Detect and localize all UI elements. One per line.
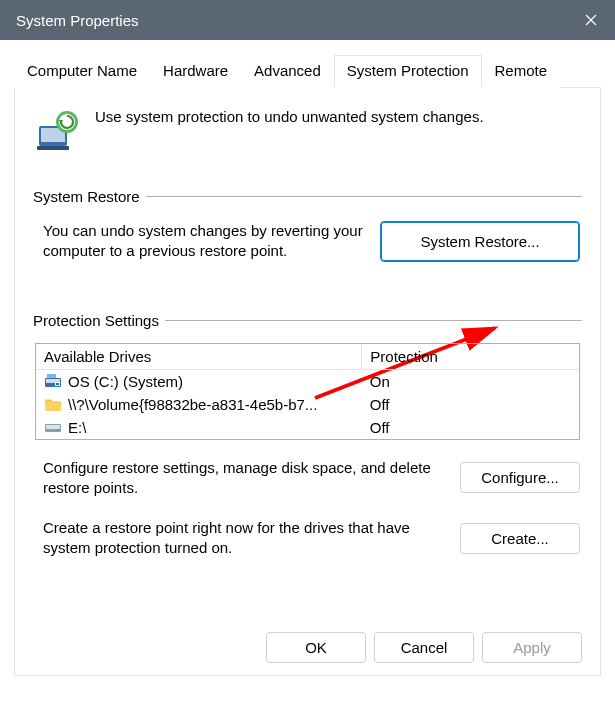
tab-hardware[interactable]: Hardware <box>150 55 241 88</box>
tab-label: Advanced <box>254 62 321 79</box>
col-protection[interactable]: Protection <box>362 344 579 370</box>
system-restore-desc: You can undo system changes by reverting… <box>43 221 366 262</box>
button-label: Configure... <box>481 469 559 486</box>
folder-icon <box>44 396 62 412</box>
svg-rect-16 <box>46 425 60 429</box>
os-drive-icon <box>44 373 62 389</box>
system-restore-button[interactable]: System Restore... <box>380 221 580 262</box>
close-button[interactable] <box>567 0 615 40</box>
svg-rect-12 <box>47 374 56 378</box>
drive-protection: Off <box>362 393 579 416</box>
svg-rect-14 <box>56 383 59 385</box>
local-drive-icon <box>44 419 62 435</box>
drive-protection: Off <box>362 416 579 439</box>
intro-row: Use system protection to undo unwanted s… <box>33 106 582 154</box>
tab-label: System Protection <box>347 62 469 79</box>
svg-point-17 <box>57 429 59 431</box>
tab-label: Hardware <box>163 62 228 79</box>
tabpanel-system-protection: Use system protection to undo unwanted s… <box>14 88 601 676</box>
table-row[interactable]: \\?\Volume{f98832be-a831-4e5b-b7... Off <box>36 393 579 416</box>
content-area: Computer Name Hardware Advanced System P… <box>0 40 615 676</box>
tab-label: Remote <box>495 62 548 79</box>
titlebar: System Properties <box>0 0 615 40</box>
button-label: OK <box>305 639 327 656</box>
table-row[interactable]: OS (C:) (System) On <box>36 369 579 393</box>
drive-name: E:\ <box>68 419 86 436</box>
create-button[interactable]: Create... <box>460 523 580 554</box>
tab-advanced[interactable]: Advanced <box>241 55 334 88</box>
tab-label: Computer Name <box>27 62 137 79</box>
tab-strip: Computer Name Hardware Advanced System P… <box>14 54 601 88</box>
svg-rect-4 <box>37 146 69 150</box>
close-icon <box>585 14 597 26</box>
dialog-footer: OK Cancel Apply <box>266 632 582 663</box>
button-label: Create... <box>491 530 549 547</box>
drive-name: OS (C:) (System) <box>68 373 183 390</box>
col-available-drives[interactable]: Available Drives <box>36 344 362 370</box>
tab-system-protection[interactable]: System Protection <box>334 55 482 88</box>
tab-remote[interactable]: Remote <box>482 55 561 88</box>
tab-computer-name[interactable]: Computer Name <box>14 55 150 88</box>
create-desc: Create a restore point right now for the… <box>43 518 446 559</box>
ok-button[interactable]: OK <box>266 632 366 663</box>
drive-name: \\?\Volume{f98832be-a831-4e5b-b7... <box>68 396 317 413</box>
legend-protection-settings: Protection Settings <box>33 312 159 329</box>
system-properties-window: System Properties Computer Name Hardware… <box>0 0 615 710</box>
system-restore-shield-icon <box>33 106 81 154</box>
configure-desc: Configure restore settings, manage disk … <box>43 458 446 499</box>
button-label: Apply <box>513 639 551 656</box>
drive-protection: On <box>362 369 579 393</box>
group-system-restore: System Restore You can undo system chang… <box>33 188 582 262</box>
button-label: Cancel <box>401 639 448 656</box>
cancel-button[interactable]: Cancel <box>374 632 474 663</box>
group-protection-settings: Protection Settings Available Drives Pro… <box>33 312 582 577</box>
window-title: System Properties <box>16 12 139 29</box>
table-row[interactable]: E:\ Off <box>36 416 579 439</box>
intro-text: Use system protection to undo unwanted s… <box>95 106 484 125</box>
legend-system-restore: System Restore <box>33 188 140 205</box>
button-label: System Restore... <box>420 233 539 250</box>
configure-button[interactable]: Configure... <box>460 462 580 493</box>
apply-button[interactable]: Apply <box>482 632 582 663</box>
drives-table: Available Drives Protection <box>35 343 580 440</box>
